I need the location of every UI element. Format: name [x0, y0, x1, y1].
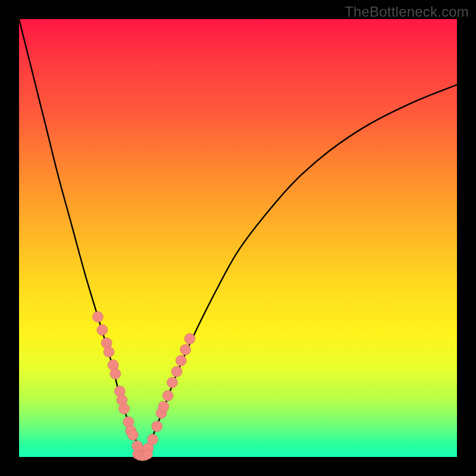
data-dot	[93, 312, 104, 322]
data-dot	[152, 421, 162, 432]
data-dot	[97, 325, 108, 336]
data-dot	[127, 430, 138, 440]
bottleneck-curve	[19, 19, 457, 457]
data-dot	[180, 345, 191, 355]
dot-cluster-valley	[133, 450, 153, 461]
data-dot	[158, 401, 169, 412]
data-dot	[143, 450, 152, 459]
data-dot	[148, 434, 158, 445]
data-dot	[176, 355, 186, 366]
plot-area	[19, 19, 457, 457]
data-dot	[171, 367, 182, 377]
data-dot	[119, 403, 130, 414]
dot-cluster-right	[140, 333, 195, 458]
data-dot	[162, 390, 173, 401]
curve-line	[19, 19, 457, 458]
chart-frame: TheBottleneck.com	[0, 0, 476, 476]
data-dot	[184, 333, 195, 344]
dot-cluster-left	[93, 312, 145, 456]
data-dot	[167, 377, 178, 388]
data-dot	[110, 368, 121, 379]
watermark-text: TheBottleneck.com	[345, 4, 469, 20]
data-dot	[104, 346, 114, 357]
